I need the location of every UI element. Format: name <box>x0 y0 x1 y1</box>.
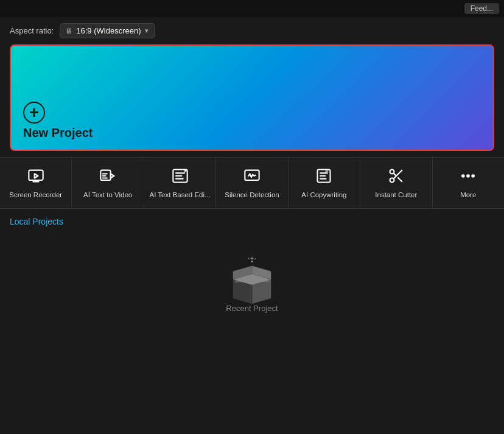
aspect-ratio-select[interactable]: 16:9 (Widescreen) 9:16 (Portrait) 1:1 (S… <box>76 26 141 35</box>
tool-ai-copywriting[interactable]: AI AI Copywriting <box>289 158 360 208</box>
tool-ai-text-to-video[interactable]: AI Text to Video <box>72 158 144 208</box>
tool-more[interactable]: More <box>433 158 504 208</box>
aspect-ratio-row: Aspect ratio: 🖥 16:9 (Widescreen) 9:16 (… <box>0 17 504 44</box>
tool-grid: Screen Recorder AI Text to Video AI <box>0 157 504 209</box>
svg-text:AI: AI <box>184 170 186 173</box>
silence-detection-icon <box>242 166 262 186</box>
tool-ai-text-based-edit[interactable]: AI AI Text Based Edi... <box>144 158 216 208</box>
instant-cutter-icon <box>387 166 406 186</box>
ai-copywriting-label: AI Copywriting <box>301 191 346 200</box>
svg-point-41 <box>254 258 256 259</box>
empty-box-icon <box>225 255 279 304</box>
tool-silence-detection[interactable]: Silence Detection <box>216 158 288 208</box>
aspect-ratio-selector[interactable]: 🖥 16:9 (Widescreen) 9:16 (Portrait) 1:1 … <box>60 23 155 38</box>
ai-text-based-edit-label: AI Text Based Edi... <box>149 191 210 200</box>
screen-recorder-icon <box>26 166 46 186</box>
ai-copywriting-icon: AI <box>314 166 334 186</box>
more-label: More <box>460 191 476 200</box>
svg-point-39 <box>251 261 253 262</box>
ai-text-to-video-label: AI Text to Video <box>83 191 132 200</box>
tool-instant-cutter[interactable]: Instant Cutter <box>360 158 432 208</box>
new-project-card[interactable]: + New Project <box>10 44 494 151</box>
aspect-ratio-label: Aspect ratio: <box>10 26 54 35</box>
screen-recorder-label: Screen Recorder <box>9 191 62 200</box>
tool-screen-recorder[interactable]: Screen Recorder <box>0 158 72 208</box>
new-project-label: New Project <box>23 126 481 140</box>
top-bar: Feed... <box>0 0 504 17</box>
ai-text-to-video-icon <box>98 166 117 186</box>
new-project-plus-icon: + <box>23 102 45 124</box>
recent-project-label: Recent Project <box>226 304 278 313</box>
empty-state: Recent Project <box>0 231 504 325</box>
local-projects-section: Local Projects <box>0 209 504 231</box>
local-projects-title: Local Projects <box>10 217 63 226</box>
silence-detection-label: Silence Detection <box>225 191 279 200</box>
more-icon <box>458 166 478 186</box>
monitor-icon: 🖥 <box>65 27 72 35</box>
svg-text:AI: AI <box>326 169 329 173</box>
chevron-down-icon: ▾ <box>145 27 149 35</box>
svg-line-22 <box>398 178 402 181</box>
svg-point-40 <box>248 257 250 259</box>
ai-text-based-edit-icon: AI <box>170 166 190 186</box>
svg-line-23 <box>393 173 396 176</box>
instant-cutter-label: Instant Cutter <box>375 191 417 200</box>
feedback-button[interactable]: Feed... <box>464 3 499 14</box>
